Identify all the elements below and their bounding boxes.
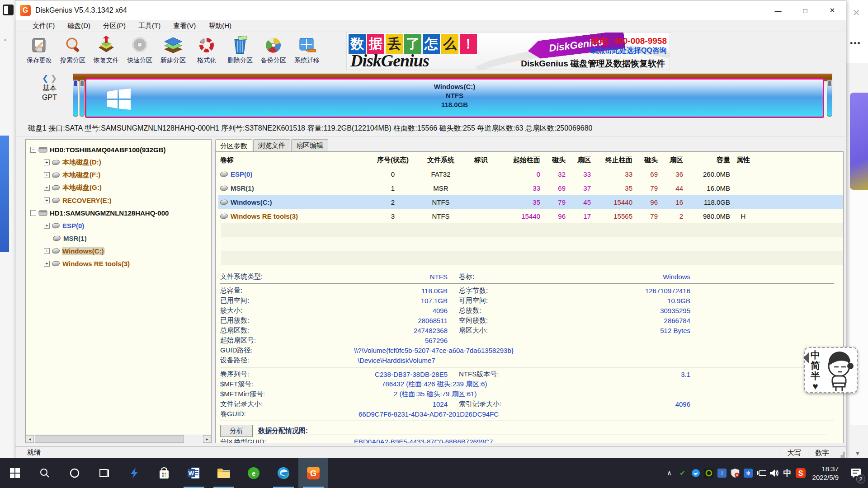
table-row-windows-re[interactable]: Windows RE tools(3) 3 NTFS 15440 96 17 1…	[218, 209, 843, 223]
tree-item-hd0[interactable]: − HD0:TOSHIBAMQ04ABF100(932GB)	[28, 143, 211, 156]
menu-view[interactable]: 查看(V)	[167, 22, 202, 30]
expand-icon[interactable]: +	[44, 261, 50, 267]
scroll-right-icon[interactable]: ▸	[203, 435, 211, 443]
tree-item-hd1[interactable]: − HD1:SAMSUNGMZNLN128HAHQ-000	[28, 206, 211, 219]
expand-icon[interactable]: +	[44, 185, 50, 191]
tray-nvidia-icon[interactable]	[704, 468, 714, 478]
tree-horizontal-scrollbar[interactable]: ◂ ▸	[26, 435, 211, 443]
tray-dingtalk-icon[interactable]	[691, 468, 701, 478]
menu-file[interactable]: 文件(F)	[26, 22, 61, 30]
new-partition-button[interactable]: 新建分区	[156, 32, 190, 69]
tree-item-local-g[interactable]: + 本地磁盘(G:)	[28, 181, 211, 194]
collapse-icon[interactable]: −	[30, 210, 36, 216]
tray-ime-mode[interactable]: 中	[783, 468, 793, 478]
menu-help[interactable]: 帮助(H)	[202, 22, 238, 30]
resize-grip[interactable]	[836, 447, 846, 458]
taskbar-search-button[interactable]	[30, 458, 60, 488]
partition-re-block[interactable]	[827, 80, 832, 117]
ime-status-panel[interactable]: 中 简 半 ♥	[804, 347, 858, 393]
tree-item-msr[interactable]: MSR(1)	[28, 232, 211, 244]
save-changes-button[interactable]: 保存更改	[23, 32, 56, 69]
notification-center-button[interactable]: 2	[845, 458, 866, 488]
menu-tools[interactable]: 工具(T)	[132, 22, 167, 30]
tray-update-check-icon[interactable]: ✔	[678, 468, 688, 478]
partition-icon	[52, 222, 60, 228]
banner-ad[interactable]: 数 据 丢 了 怎 么 ！ DiskGenius DiskGenius 致电: …	[346, 32, 670, 70]
expand-icon[interactable]: +	[44, 197, 50, 203]
table-row-msr[interactable]: MSR(1) 1 MSR 33 69 37 35 79 44 16.0MB	[218, 181, 843, 195]
panel-splitter[interactable]	[212, 139, 215, 443]
maximize-button[interactable]: □	[792, 0, 819, 20]
tree-item-recovery-e[interactable]: + RECOVERY(E:)	[28, 194, 211, 206]
close-button[interactable]: ✕	[819, 0, 846, 20]
table-row-windows-c[interactable]: Windows(C:) 2 NTFS 35 79 45 15440 96 16 …	[218, 195, 843, 209]
cortana-button[interactable]	[60, 458, 90, 488]
partition-icon	[52, 184, 60, 190]
tree-item-windows-re[interactable]: + Windows RE tools(3)	[28, 257, 211, 270]
scrollbar-thumb[interactable]	[35, 435, 184, 443]
tree-item-local-f[interactable]: + 本地磁盘(F:)	[28, 169, 211, 181]
svg-text:i: i	[721, 470, 722, 477]
pinned-app-store-icon[interactable]	[149, 458, 179, 488]
separator	[220, 283, 834, 284]
banner-tile: 么	[441, 34, 458, 54]
system-tray: ∧ ✔ i ✕ ❄ 中 S 18:37 2022/5/9 2	[665, 458, 868, 488]
expand-icon[interactable]: +	[44, 248, 50, 254]
expand-icon[interactable]: +	[44, 160, 50, 165]
collapse-icon[interactable]: −	[30, 147, 36, 153]
partition-detail-panel: 分区参数 浏览文件 扇区编辑 卷标 序号(状态) 文件系统 标识 起始柱面 磁头	[215, 139, 844, 443]
partition-type-guid-row: 分区类型GUID: EBD0A0A2-B9E5-4433-87C0-68B6B7…	[220, 435, 835, 443]
backup-partition-button[interactable]: 备份分区	[257, 32, 290, 69]
tray-volume-icon[interactable]	[769, 468, 779, 478]
background-menu-dots-icon: •••	[850, 39, 861, 48]
tray-security-shield-icon[interactable]: ✕	[730, 468, 740, 478]
quick-partition-button[interactable]: 快速分区	[123, 32, 156, 69]
ime-mode-chars: 中 简 半 ♥	[811, 350, 820, 391]
pinned-app-flash-icon[interactable]	[119, 458, 149, 488]
search-partition-button[interactable]: 搜索分区	[56, 32, 90, 69]
taskbar-edge-icon[interactable]	[269, 458, 298, 488]
tray-snowflake-icon[interactable]: ❄	[743, 468, 753, 478]
tree-item-esp[interactable]: + ESP(0)	[28, 219, 211, 232]
partition-esp-block[interactable]	[73, 80, 78, 117]
partition-windows-block[interactable]: Windows(C:) NTFS 118.0GB	[85, 78, 824, 118]
taskbar-clock[interactable]: 18:37 2022/5/9	[809, 465, 842, 482]
expand-icon[interactable]: +	[44, 172, 50, 178]
background-close-icon: ✕	[853, 7, 860, 18]
menu-disk[interactable]: 磁盘(D)	[61, 22, 97, 30]
partition-params-panel: 卷标 序号(状态) 文件系统 标识 起始柱面 磁头 扇区 终止柱面 磁头 扇区 …	[215, 151, 844, 443]
banner-qq-link[interactable]: 或点击此处选择QQ咨询	[590, 46, 667, 56]
menu-partition[interactable]: 分区(P)	[97, 22, 132, 30]
tree-item-local-d[interactable]: + 本地磁盘(D:)	[28, 156, 211, 169]
taskbar-360browser-icon[interactable]: e	[239, 458, 269, 488]
tab-browse-files[interactable]: 浏览文件	[253, 139, 290, 151]
delete-partition-button[interactable]: 删除分区	[223, 32, 257, 69]
tab-partition-params[interactable]: 分区参数	[215, 139, 252, 152]
background-app-icon	[3, 5, 14, 15]
background-dropdown-icon: ▼	[854, 450, 861, 457]
partition-msr-block[interactable]	[80, 80, 85, 117]
partition-table: 卷标 序号(状态) 文件系统 标识 起始柱面 磁头 扇区 终止柱面 磁头 扇区 …	[218, 154, 843, 265]
prev-disk-arrow-icon[interactable]: ❮	[42, 74, 48, 83]
start-button[interactable]	[0, 458, 30, 488]
tray-power-icon[interactable]	[756, 468, 766, 478]
task-view-button[interactable]	[90, 458, 119, 488]
next-disk-arrow-icon[interactable]: ❯	[51, 74, 57, 83]
taskbar-word-icon[interactable]: W	[179, 458, 209, 488]
tab-sector-edit[interactable]: 扇区编辑	[291, 139, 328, 151]
tray-sogou-icon[interactable]: S	[796, 468, 806, 478]
save-icon	[30, 35, 49, 56]
expand-icon[interactable]: +	[44, 223, 50, 229]
tree-item-windows-c[interactable]: + Windows(C:)	[28, 244, 211, 257]
system-migration-button[interactable]: 系统迁移	[290, 32, 324, 69]
tray-intel-graphics-icon[interactable]: i	[717, 468, 727, 478]
taskbar-diskgenius-icon[interactable]: G	[298, 458, 328, 488]
format-button[interactable]: 格式化	[190, 32, 223, 69]
tray-chevron-icon[interactable]: ∧	[665, 468, 675, 478]
table-row-esp[interactable]: ESP(0) 0 FAT32 0 32 33 33 69 36 260.0MB	[218, 167, 843, 181]
recover-files-button[interactable]: 恢复文件	[90, 32, 123, 69]
minimize-button[interactable]: —	[764, 0, 792, 20]
taskbar-explorer-icon[interactable]	[209, 458, 239, 488]
scroll-left-icon[interactable]: ◂	[26, 435, 34, 443]
partition-icon	[52, 172, 60, 178]
